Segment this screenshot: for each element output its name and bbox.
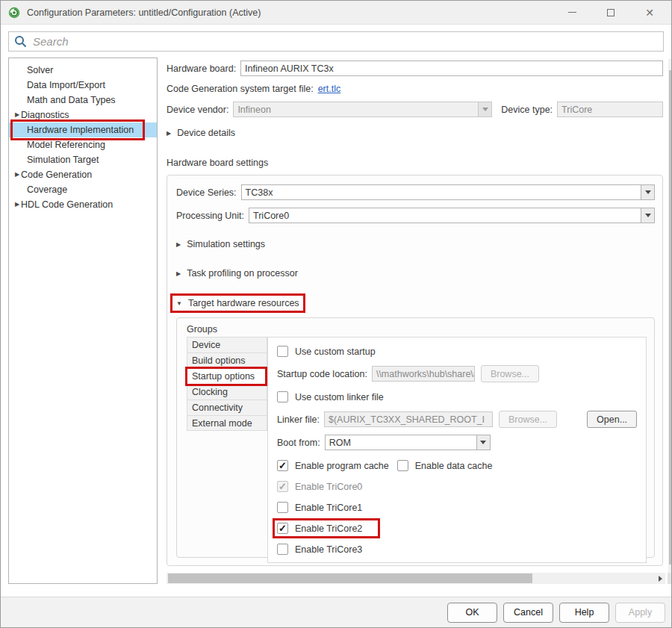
close-icon[interactable]: ✕ [641, 4, 658, 21]
group-tab-device[interactable]: Device [187, 337, 267, 352]
startup-code-location-input: \\mathworks\hub\share\ap [372, 366, 475, 382]
scroll-right-icon[interactable] [655, 573, 665, 584]
processing-unit-label: Processing Unit: [176, 211, 244, 221]
sidebar-item-model-referencing[interactable]: Model Referencing [9, 137, 157, 152]
window-title: Configuration Parameters: untitled/Confi… [27, 7, 261, 18]
sidebar-item-hardware-implementation[interactable]: Hardware Implementation [9, 122, 157, 137]
expand-arrow-icon[interactable]: ▶ [9, 197, 21, 212]
enable-program-cache-checkbox[interactable]: ✓ [277, 460, 288, 471]
apply-button: Apply [615, 603, 665, 623]
processing-unit-select[interactable]: TriCore0 [249, 208, 655, 223]
collapse-arrow-icon: ▼ [176, 300, 182, 307]
chevron-down-icon[interactable] [641, 208, 654, 223]
device-series-label: Device Series: [176, 187, 237, 198]
enable-tricore3-checkbox[interactable] [277, 544, 288, 555]
checkmark-icon: ✓ [279, 461, 287, 470]
sidebar-item-coverage[interactable]: Coverage [9, 182, 157, 197]
maximize-icon[interactable] [603, 4, 619, 21]
sidebar-item-hdl-code-generation[interactable]: ▶HDL Code Generation [9, 197, 157, 212]
device-series-select[interactable]: TC38x [241, 184, 656, 200]
scroll-up-icon[interactable] [668, 59, 672, 69]
hardware-board-settings-card: Device Series: TC38x Processing Unit: Tr… [167, 175, 663, 566]
expand-arrow-icon[interactable]: ▶ [9, 108, 21, 122]
groups-title: Groups [187, 324, 647, 335]
sidebar-item-simulation-target[interactable]: Simulation Target [9, 152, 157, 167]
sidebar-item-data-import-export[interactable]: Data Import/Export [9, 78, 157, 93]
startup-options-panel: Use custom startup Startup code location… [267, 337, 647, 563]
category-tree: Solver Data Import/Export Math and Data … [8, 57, 158, 584]
sidebar-item-solver[interactable]: Solver [9, 63, 157, 78]
target-hardware-resources-toggle[interactable]: ▼ Target hardware resources [176, 298, 299, 308]
device-vendor-select: Infineon [233, 102, 492, 117]
chevron-down-icon[interactable] [641, 185, 654, 199]
device-type-field: TriCore [557, 102, 663, 117]
browse-startup-button: Browse... [481, 365, 539, 382]
open-linker-button[interactable]: Open... [587, 411, 637, 428]
task-profiling-toggle[interactable]: ▶ Task profiling on processor [176, 268, 298, 279]
ok-button[interactable]: OK [447, 603, 497, 623]
expand-arrow-icon[interactable]: ▶ [9, 167, 21, 182]
horizontal-scrollbar-thumb[interactable] [168, 573, 532, 583]
cancel-button[interactable]: Cancel [503, 603, 553, 623]
checkmark-icon: ✓ [279, 523, 287, 533]
enable-tricore0-checkbox: ✓ [277, 481, 288, 492]
startup-code-location-label: Startup code location: [277, 369, 367, 379]
groups-tab-list: Device Build options Startup options Clo… [187, 337, 267, 563]
hardware-board-input[interactable]: Infineon AURIX TC3x [240, 60, 663, 76]
vertical-scrollbar[interactable] [668, 59, 672, 577]
help-button[interactable]: Help [559, 603, 609, 623]
dialog-footer: OK Cancel Help Apply [1, 597, 671, 627]
sidebar-item-code-generation[interactable]: ▶Code Generation [9, 167, 157, 182]
configuration-parameters-dialog: Configuration Parameters: untitled/Confi… [0, 0, 672, 628]
search-placeholder: Search [33, 35, 69, 48]
browse-linker-button: Browse... [499, 411, 557, 428]
device-vendor-label: Device vendor: [167, 105, 228, 115]
target-file-label: Code Generation system target file: [167, 84, 314, 94]
title-bar: Configuration Parameters: untitled/Confi… [1, 1, 671, 25]
simulink-settings-icon [8, 7, 20, 19]
vertical-scrollbar-thumb[interactable] [669, 70, 672, 565]
horizontal-scrollbar[interactable] [167, 573, 665, 584]
target-file-link[interactable]: ert.tlc [318, 84, 341, 94]
chevron-down-icon [478, 102, 491, 116]
main-panel: Hardware board: Infineon AURIX TC3x Code… [167, 57, 672, 584]
search-input[interactable]: Search [8, 31, 664, 52]
hardware-board-settings-title: Hardware board settings [167, 158, 663, 168]
linker-file-input: $(AURIX_TC3XX_SHARED_ROOT_I [324, 411, 493, 427]
group-tab-startup-options[interactable]: Startup options [187, 368, 267, 384]
enable-tricore2-checkbox[interactable]: ✓ [277, 523, 288, 534]
sidebar-item-math-and-data-types[interactable]: Math and Data Types [9, 93, 157, 108]
expand-arrow-icon: ▶ [176, 270, 181, 277]
search-row: Search [1, 25, 671, 52]
hardware-board-label: Hardware board: [167, 63, 236, 74]
chevron-down-icon[interactable] [476, 435, 490, 450]
enable-tricore1-checkbox[interactable] [277, 502, 288, 513]
enable-data-cache-checkbox[interactable] [397, 460, 408, 471]
simulation-settings-toggle[interactable]: ▶ Simulation settings [176, 239, 265, 249]
use-custom-linker-checkbox[interactable] [277, 391, 288, 402]
device-details-toggle[interactable]: ▶ Device details [167, 128, 235, 138]
minimize-icon[interactable] [564, 4, 580, 21]
boot-from-label: Boot from: [277, 438, 320, 448]
checkmark-icon: ✓ [279, 482, 287, 491]
use-custom-startup-checkbox[interactable] [277, 346, 288, 357]
groups-card: Groups Device Build options Startup opti… [176, 317, 655, 558]
group-tab-clocking[interactable]: Clocking [187, 384, 267, 400]
device-type-label: Device type: [501, 105, 553, 115]
group-tab-external-mode[interactable]: External mode [187, 415, 267, 431]
search-icon [14, 35, 27, 48]
expand-arrow-icon: ▶ [176, 241, 181, 248]
group-tab-build-options[interactable]: Build options [187, 352, 267, 368]
boot-from-select[interactable]: ROM [325, 435, 491, 450]
group-tab-connectivity[interactable]: Connectivity [187, 400, 267, 415]
linker-file-label: Linker file: [277, 414, 320, 425]
sidebar-item-diagnostics[interactable]: ▶Diagnostics [9, 108, 157, 122]
scrollbar-corner [668, 573, 672, 584]
expand-arrow-icon: ▶ [167, 130, 171, 137]
